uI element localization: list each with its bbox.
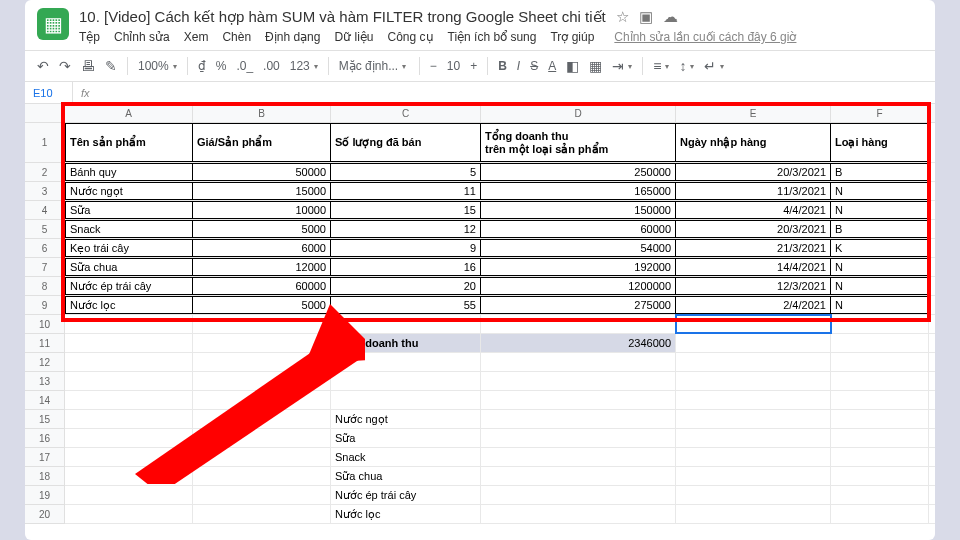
borders-icon[interactable]: ▦ [589, 58, 602, 74]
cell[interactable]: Nước ngọt [65, 182, 193, 200]
cell[interactable]: Số lượng đã bán [331, 123, 481, 162]
row-header-5[interactable]: 5 [25, 220, 64, 239]
cell[interactable]: Giá/Sản phẩm [193, 123, 331, 162]
col-header-B[interactable]: B [193, 104, 331, 122]
cell[interactable]: N [831, 201, 929, 219]
currency-button[interactable]: ₫ [198, 59, 206, 73]
cell[interactable] [676, 486, 831, 504]
cell[interactable]: 5000 [193, 220, 331, 238]
cell[interactable]: Sữa [65, 201, 193, 219]
cell[interactable] [831, 372, 929, 390]
cell[interactable] [676, 448, 831, 466]
cell[interactable] [831, 410, 929, 428]
cell[interactable] [193, 505, 331, 523]
cell[interactable]: 192000 [481, 258, 676, 276]
row-header-2[interactable]: 2 [25, 163, 64, 182]
menu-help[interactable]: Trợ giúp [550, 30, 594, 44]
select-all-corner[interactable] [25, 104, 65, 123]
cell[interactable]: Nước lọc [331, 505, 481, 523]
cell[interactable]: 21/3/2021 [676, 239, 831, 257]
menu-insert[interactable]: Chèn [222, 30, 251, 44]
cell[interactable]: 6000 [193, 239, 331, 257]
cell[interactable] [65, 391, 193, 409]
menu-addons[interactable]: Tiện ích bổ sung [448, 30, 537, 44]
print-icon[interactable]: 🖶 [81, 58, 95, 74]
col-header-C[interactable]: C [331, 104, 481, 122]
cell[interactable]: Tổng doanh thu trên một loại sản phẩm [481, 123, 676, 162]
star-icon[interactable]: ☆ [616, 8, 629, 26]
font-select[interactable]: Mặc định... [339, 59, 409, 73]
cell[interactable] [831, 334, 929, 352]
cell[interactable] [481, 315, 676, 333]
more-formats-button[interactable]: 123 [290, 59, 318, 73]
cell[interactable]: 60000 [481, 220, 676, 238]
row-header-7[interactable]: 7 [25, 258, 64, 277]
decrease-decimal-button[interactable]: .0_ [236, 59, 253, 73]
cell[interactable]: 15 [331, 201, 481, 219]
cell[interactable] [831, 391, 929, 409]
cell[interactable] [193, 372, 331, 390]
cell[interactable]: 1200000 [481, 277, 676, 295]
cell[interactable] [676, 315, 831, 333]
cell[interactable]: 20/3/2021 [676, 163, 831, 181]
cell[interactable] [193, 353, 331, 371]
cell[interactable]: 12000 [193, 258, 331, 276]
cell[interactable]: N [831, 182, 929, 200]
cell[interactable] [331, 353, 481, 371]
strike-button[interactable]: S [530, 59, 538, 73]
halign-icon[interactable]: ≡ [653, 58, 669, 74]
cell[interactable]: 20 [331, 277, 481, 295]
cell[interactable] [193, 334, 331, 352]
text-color-button[interactable]: A [548, 59, 556, 73]
cell[interactable]: 15000 [193, 182, 331, 200]
row-header-16[interactable]: 16 [25, 429, 64, 448]
cell[interactable]: 275000 [481, 296, 676, 314]
italic-button[interactable]: I [517, 59, 520, 73]
cell[interactable]: 9 [331, 239, 481, 257]
menu-data[interactable]: Dữ liệu [334, 30, 373, 44]
col-header-F[interactable]: F [831, 104, 929, 122]
cell[interactable] [65, 353, 193, 371]
cell[interactable] [676, 353, 831, 371]
row-header-19[interactable]: 19 [25, 486, 64, 505]
cell[interactable] [193, 391, 331, 409]
menu-format[interactable]: Định dạng [265, 30, 320, 44]
redo-icon[interactable]: ↷ [59, 58, 71, 74]
cell[interactable] [481, 410, 676, 428]
cell[interactable]: 11 [331, 182, 481, 200]
cell[interactable]: 150000 [481, 201, 676, 219]
row-header-3[interactable]: 3 [25, 182, 64, 201]
cell[interactable]: 12 [331, 220, 481, 238]
cell[interactable]: 2346000 [481, 334, 676, 352]
cell[interactable]: B [831, 163, 929, 181]
menu-edit[interactable]: Chỉnh sửa [114, 30, 170, 44]
cell[interactable] [481, 505, 676, 523]
zoom-select[interactable]: 100% [138, 59, 177, 73]
undo-icon[interactable]: ↶ [37, 58, 49, 74]
cell[interactable]: 20/3/2021 [676, 220, 831, 238]
cell[interactable]: Sữa chua [331, 467, 481, 485]
cell[interactable] [676, 391, 831, 409]
row-header-15[interactable]: 15 [25, 410, 64, 429]
cell[interactable]: Nước ép trái cây [331, 486, 481, 504]
cell[interactable]: 55 [331, 296, 481, 314]
cell[interactable] [65, 505, 193, 523]
cell[interactable]: Sữa [331, 429, 481, 447]
cell[interactable]: 2/4/2021 [676, 296, 831, 314]
menu-file[interactable]: Tệp [79, 30, 100, 44]
percent-button[interactable]: % [216, 59, 227, 73]
row-header-10[interactable]: 10 [25, 315, 64, 334]
cell[interactable] [481, 372, 676, 390]
cell[interactable]: B [831, 220, 929, 238]
cell[interactable] [193, 467, 331, 485]
cell[interactable]: Snack [65, 220, 193, 238]
row-header-13[interactable]: 13 [25, 372, 64, 391]
cell[interactable] [331, 315, 481, 333]
cell[interactable]: 10000 [193, 201, 331, 219]
merge-cells-icon[interactable]: ⇥ [612, 58, 632, 74]
cell[interactable]: Nước ép trái cây [65, 277, 193, 295]
row-header-11[interactable]: 11 [25, 334, 64, 353]
menu-view[interactable]: Xem [184, 30, 209, 44]
cell[interactable] [481, 448, 676, 466]
cell[interactable] [481, 353, 676, 371]
